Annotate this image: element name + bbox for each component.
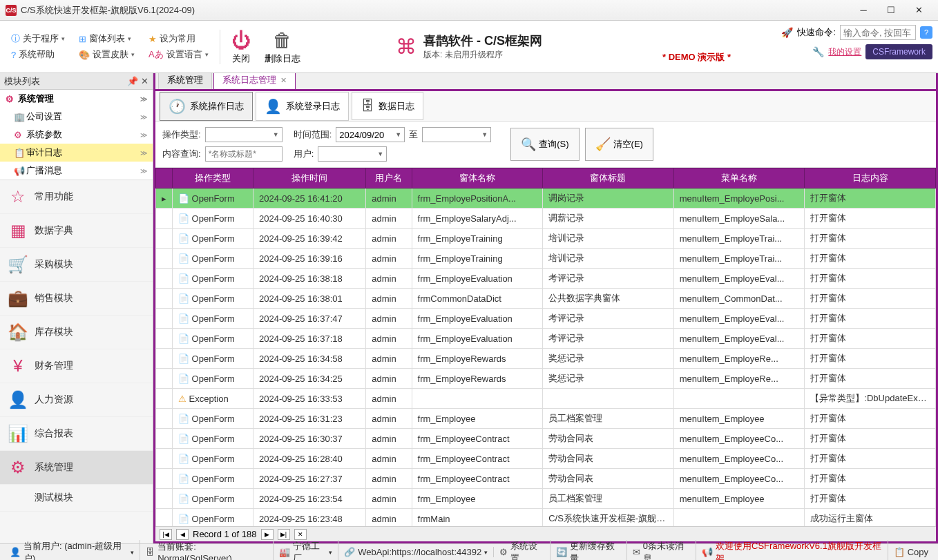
expand-icon[interactable]: ≫ xyxy=(140,95,147,103)
table-row[interactable]: 📄 OpenForm 2024-09-25 16:39:42adminfrm_E… xyxy=(156,229,936,249)
date-to[interactable]: ▼ xyxy=(422,127,491,142)
close-panel-icon[interactable]: ✕ xyxy=(141,76,149,86)
nav-item-5[interactable]: ¥财务管理 xyxy=(0,349,153,383)
window-title: C/S系统快速开发框架-旗舰版V6.1(2024-09) xyxy=(21,4,850,17)
optype-label: 操作类型: xyxy=(162,128,201,141)
close-button[interactable]: ✕ xyxy=(905,1,932,20)
table-row[interactable]: 📄 OpenForm 2024-09-25 16:37:18adminfrm_E… xyxy=(156,329,936,349)
tab-sysmgr[interactable]: 系统管理 xyxy=(158,70,212,89)
subtab-loginlog[interactable]: 👤系统登录日志 xyxy=(256,92,349,121)
syshelp-button[interactable]: ?系统帮助 xyxy=(7,47,69,62)
mysettings-link[interactable]: 我的设置 xyxy=(828,46,861,58)
tree-item-0[interactable]: 🏢公司设置≫ xyxy=(0,108,153,126)
nav-prev[interactable]: ◀ xyxy=(176,529,189,540)
dellog-button[interactable]: 🗑删除日志 xyxy=(258,25,307,69)
sb-acct[interactable]: 🗄当前账套: Normal(SqlServer) xyxy=(140,541,274,560)
sb-sysset[interactable]: ⚙系统设置 xyxy=(494,540,551,561)
subtab-oplog[interactable]: 🕐系统操作日志 xyxy=(160,92,253,121)
sb-cache[interactable]: 🔄更新缓存数量 xyxy=(551,540,627,561)
col-header[interactable]: 用户名 xyxy=(366,168,412,189)
nav-item-0[interactable]: ☆常用功能 xyxy=(0,180,153,214)
nav-item-9[interactable]: 测试模块 xyxy=(0,485,153,512)
clear-button[interactable]: 🧹清空(E) xyxy=(585,128,653,161)
tab-syslog[interactable]: 系统日志管理✕ xyxy=(213,70,296,89)
nav-item-1[interactable]: ▦数据字典 xyxy=(0,214,153,248)
optype-combo[interactable]: ▼ xyxy=(205,127,283,142)
csframework-button[interactable]: CSFramework xyxy=(865,44,932,59)
date-from[interactable]: 2024/09/20▼ xyxy=(336,127,405,142)
col-header[interactable]: 操作时间 xyxy=(253,168,366,189)
sb-unread[interactable]: ✉0条未读消息 xyxy=(627,540,696,561)
quickcmd-input[interactable] xyxy=(840,25,916,40)
expand-icon[interactable]: ≫ xyxy=(140,113,147,121)
table-row[interactable]: 📄 OpenForm 2024-09-25 16:23:54adminfrm_E… xyxy=(156,489,936,509)
row-type-icon: 📄 xyxy=(178,374,189,384)
table-row[interactable]: 📄 OpenForm 2024-09-25 16:28:40adminfrm_E… xyxy=(156,449,936,469)
user-combo[interactable]: ▼ xyxy=(318,146,387,162)
help-badge[interactable]: ? xyxy=(920,26,932,39)
table-row[interactable]: 📄 OpenForm 2024-09-25 16:40:30adminfrm_E… xyxy=(156,209,936,229)
nav-item-4[interactable]: 🏠库存模块 xyxy=(0,316,153,349)
table-row[interactable]: 📄 OpenForm 2024-09-25 16:30:37adminfrm_E… xyxy=(156,429,936,449)
sb-copy[interactable]: 📋Copy xyxy=(888,547,934,557)
table-row[interactable]: 📄 OpenForm 2024-09-25 16:37:47adminfrm_E… xyxy=(156,309,936,329)
subtab-datalog[interactable]: 🗄数据日志 xyxy=(352,92,423,120)
expand-icon[interactable]: ≫ xyxy=(140,149,147,157)
minimize-button[interactable]: ─ xyxy=(850,1,877,20)
table-row[interactable]: 📄 OpenForm 2024-09-25 16:27:37adminfrm_E… xyxy=(156,469,936,489)
sb-user[interactable]: 👤当前用户: (admin-超级用户)▾ xyxy=(4,540,140,561)
nav-icon: 📊 xyxy=(8,424,28,443)
table-row[interactable]: 📄 OpenForm 2024-09-25 16:34:58adminfrm_E… xyxy=(156,349,936,369)
pin-icon[interactable]: 📌 xyxy=(127,76,138,86)
table-row[interactable]: 📄 OpenForm 2024-09-25 16:31:23adminfrm_E… xyxy=(156,409,936,429)
nav-item-3[interactable]: 💼销售模块 xyxy=(0,282,153,316)
content-input[interactable] xyxy=(205,146,283,162)
row-type-icon: 📄 xyxy=(178,334,189,344)
table-row[interactable]: 📄 OpenForm 2024-09-25 16:38:01adminfrmCo… xyxy=(156,289,936,309)
maximize-button[interactable]: ☐ xyxy=(877,1,905,20)
col-header[interactable]: 操作类型 xyxy=(173,168,253,189)
sb-factory[interactable]: 🏭宁德工厂▾ xyxy=(274,540,338,561)
tree-icon: ⚙ xyxy=(14,130,26,140)
table-row[interactable]: ⚠ Exception 2024-09-25 16:33:53admin【异常类… xyxy=(156,389,936,409)
clock-icon: 🕐 xyxy=(169,98,186,115)
col-header[interactable]: 菜单名称 xyxy=(673,168,805,189)
tree-item-3[interactable]: 📢广播消息≫ xyxy=(0,162,153,180)
table-row[interactable]: ▸ 📄 OpenForm 2024-09-25 16:41:20adminfrm… xyxy=(156,189,936,209)
nav-first[interactable]: |◀ xyxy=(160,529,172,540)
col-header[interactable]: 日志内容 xyxy=(805,168,936,189)
expand-icon[interactable]: ≫ xyxy=(140,131,147,139)
about-button[interactable]: ⓘ关于程序▾ xyxy=(7,31,69,46)
col-header[interactable]: 窗体标题 xyxy=(543,168,674,189)
nav-next[interactable]: ▶ xyxy=(261,529,274,540)
table-row[interactable]: 📄 OpenForm 2024-09-25 16:23:48adminfrmMa… xyxy=(156,509,936,527)
nav-item-7[interactable]: 📊综合报表 xyxy=(0,417,153,451)
nav-item-8[interactable]: ⚙系统管理 xyxy=(0,451,153,485)
tree-item-1[interactable]: ⚙系统参数≫ xyxy=(0,126,153,144)
row-type-icon: 📄 xyxy=(178,474,189,484)
skin-button[interactable]: 🎨设置皮肤▾ xyxy=(75,47,139,62)
lang-button[interactable]: Aあ设置语言▾ xyxy=(144,47,213,62)
close-big-button[interactable]: ⏻关闭 xyxy=(224,25,258,69)
sb-webapi[interactable]: 🔗WebApi:https://localhost:44392▾ xyxy=(338,547,494,557)
table-row[interactable]: 📄 OpenForm 2024-09-25 16:34:25adminfrm_E… xyxy=(156,369,936,389)
nav-item-2[interactable]: 🛒采购模块 xyxy=(0,248,153,282)
nav-last[interactable]: ▶| xyxy=(278,529,290,540)
expand-icon[interactable]: ≫ xyxy=(140,167,147,175)
winlist-button[interactable]: ⊞窗体列表▾ xyxy=(75,31,139,46)
tree-root[interactable]: ⚙系统管理≫ xyxy=(0,90,153,108)
nav-icon: ☆ xyxy=(8,187,28,206)
content-label: 内容查询: xyxy=(162,148,201,160)
query-button[interactable]: 🔍查询(S) xyxy=(510,128,579,161)
row-type-icon: 📄 xyxy=(178,193,189,204)
col-header[interactable]: 窗体名称 xyxy=(412,168,543,189)
nav-x[interactable]: ✕ xyxy=(294,529,307,540)
row-type-icon: 📄 xyxy=(178,514,189,524)
nav-item-6[interactable]: 👤人力资源 xyxy=(0,383,153,417)
setdefault-button[interactable]: ★设为常用 xyxy=(144,31,213,46)
row-type-icon: 📄 xyxy=(178,253,189,264)
tree-item-2[interactable]: 📋审计日志≫ xyxy=(0,144,153,162)
tab-close-icon[interactable]: ✕ xyxy=(280,76,287,85)
table-row[interactable]: 📄 OpenForm 2024-09-25 16:39:16adminfrm_E… xyxy=(156,249,936,269)
table-row[interactable]: 📄 OpenForm 2024-09-25 16:38:18adminfrm_E… xyxy=(156,269,936,289)
